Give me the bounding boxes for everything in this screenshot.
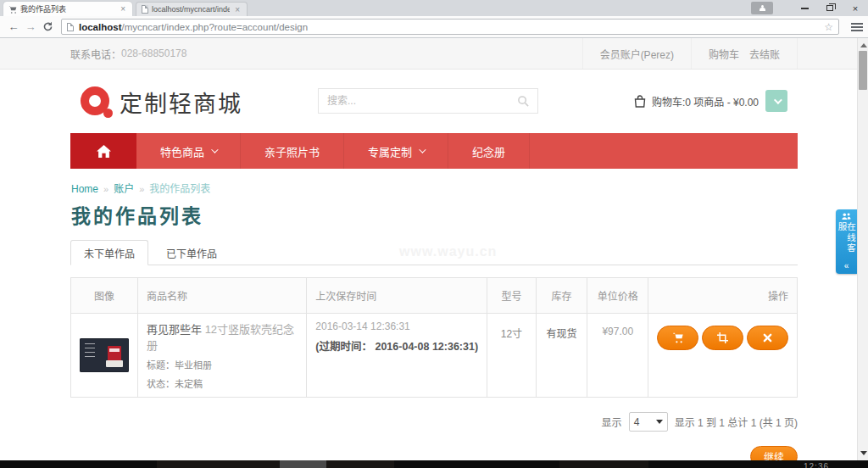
browser-toolbar: ← → localhost/mycncart/index.php?route=a… [0,16,868,38]
profile-button[interactable] [751,2,773,14]
browser-menu-icon[interactable] [851,23,863,31]
cart-checkout-links: 购物车 去结账 [691,38,798,69]
per-page-select[interactable]: 4 [629,412,668,432]
taskbar-clock: 12:36 [804,462,829,468]
cart-dropdown-button[interactable] [765,90,787,112]
cart-summary-text: 购物车:0 项商品 - ¥0.00 [652,94,759,109]
phone-label: 联系电话： [70,47,121,61]
checkout-link[interactable]: 去结账 [749,47,780,61]
browser-tab-active[interactable]: 我的作品列表 × [3,2,132,16]
bookmark-star-icon[interactable]: ☆ [824,21,833,33]
close-icon [763,333,772,343]
reload-icon [42,21,53,32]
watermark-text: www.wayu.cn [399,244,497,259]
scrollbar[interactable] [857,38,868,460]
online-service-badge[interactable]: 在线客服 « [836,209,857,274]
col-stock: 库存 [536,278,587,314]
service-label: 在线客服 [837,222,855,259]
col-image: 图像 [71,278,138,314]
pagination-summary: 显示 1 到 1 总计 1 (共 1 页) [675,415,798,429]
screen: 我的作品列表 × localhost/mycncart/inde × × ← → [0,0,868,468]
restore-icon [826,5,833,11]
scroll-down-icon[interactable] [860,451,867,455]
taskbar-segment [280,460,326,468]
works-table: 图像 商品名称 上次保存时间 型号 库存 单位价格 操作 再见那些年 12寸竖版… [70,277,798,398]
saved-time: 2016-03-14 12:36:31 [315,320,478,332]
logo-icon [81,83,114,120]
search-button[interactable] [509,95,537,108]
breadcrumb-account[interactable]: 账户 [114,183,134,195]
tab-title: localhost/mycncart/inde [152,5,230,14]
product-title-line: 标题：毕业相册 [147,358,298,371]
minimize-button[interactable] [792,1,817,15]
col-saved-time: 上次保存时间 [307,278,487,314]
site-header: 定制轻商城 购物车:0 项商品 - ¥0.00 [70,70,798,133]
search-box [318,88,538,114]
product-name-cell: 再见那些年 12寸竖版软壳纪念册 标题：毕业相册 状态：未定稿 [138,314,307,398]
product-status-line: 状态：未定稿 [147,376,298,390]
people-icon [841,213,852,220]
page-title: 我的作品列表 [71,200,798,229]
page-content: Home»账户»我的作品列表 我的作品列表 未下单作品 已下单作品 www.wa… [70,169,798,467]
collapse-icon: « [844,261,849,270]
tab-strip: 我的作品列表 × localhost/mycncart/inde × × [0,0,868,16]
nav-item-custom[interactable]: 专属定制 [344,133,448,169]
back-icon[interactable]: ← [5,20,22,33]
product-name-link[interactable]: 再见那些年 [147,323,202,336]
home-icon [97,145,111,158]
nav-item-featured[interactable]: 特色商品 [136,133,241,169]
add-to-cart-button[interactable] [657,326,698,350]
product-thumbnail[interactable] [80,338,129,372]
reload-button[interactable] [39,21,56,32]
window-controls: × [751,0,868,16]
browser-tab-inactive[interactable]: localhost/mycncart/inde × [136,2,248,16]
col-name: 商品名称 [138,278,307,314]
browser-chrome: 我的作品列表 × localhost/mycncart/inde × × ← → [0,0,868,38]
close-button[interactable]: × [843,1,868,15]
scrollbar-thumb[interactable] [859,51,867,90]
cart-link[interactable]: 购物车 [709,47,739,61]
taskbar[interactable]: 12:36 [0,460,868,468]
nav-home-button[interactable] [70,133,136,169]
delete-button[interactable] [747,326,788,350]
forward-icon[interactable]: → [22,20,39,33]
phone-number: 028-68850178 [121,47,186,59]
stock-cell: 有现货 [536,314,587,398]
tab-ordered[interactable]: 已下单作品 [153,240,230,265]
cart-icon [672,332,684,343]
restore-button[interactable] [817,1,843,15]
crop-icon [717,332,728,343]
table-header-row: 图像 商品名称 上次保存时间 型号 库存 单位价格 操作 [71,278,798,314]
account-link[interactable]: 会员账户(Perez) [582,38,691,69]
chevron-down-icon [419,146,426,153]
taskbar-segment [157,460,394,468]
breadcrumb-home[interactable]: Home [71,183,98,195]
person-icon [760,5,765,11]
scroll-up-icon[interactable] [860,43,867,47]
tab-unordered[interactable]: 未下单作品 [70,240,148,265]
main-nav: 特色商品 亲子照片书 专属定制 纪念册 [70,133,798,169]
breadcrumb: Home»账户»我的作品列表 [71,181,798,195]
col-price: 单位价格 [587,278,648,314]
tab-close-icon[interactable]: × [233,5,242,14]
nav-item-photobook[interactable]: 亲子照片书 [241,133,344,169]
url-text: localhost/mycncart/index.php?route=accou… [79,22,308,32]
page-icon [142,5,148,14]
actions-cell [648,314,798,398]
search-input[interactable] [319,95,509,107]
cart-favicon-icon [8,5,17,14]
work-tabs: 未下单作品 已下单作品 www.wayu.cn [70,241,798,265]
col-model: 型号 [487,278,536,314]
logo-text: 定制轻商城 [120,86,242,119]
price-cell: ¥97.00 [587,314,648,398]
address-bar[interactable]: localhost/mycncart/index.php?route=accou… [61,19,839,35]
page-icon [67,23,74,31]
site-logo[interactable]: 定制轻商城 [81,83,242,120]
edit-design-button[interactable] [702,326,743,350]
caret-down-icon [656,420,663,424]
nav-item-album[interactable]: 纪念册 [448,133,530,169]
chevron-down-icon [773,96,782,104]
col-actions: 操作 [648,278,798,314]
tab-close-icon[interactable]: × [119,4,127,14]
cart-summary[interactable]: 购物车:0 项商品 - ¥0.00 [633,88,787,114]
